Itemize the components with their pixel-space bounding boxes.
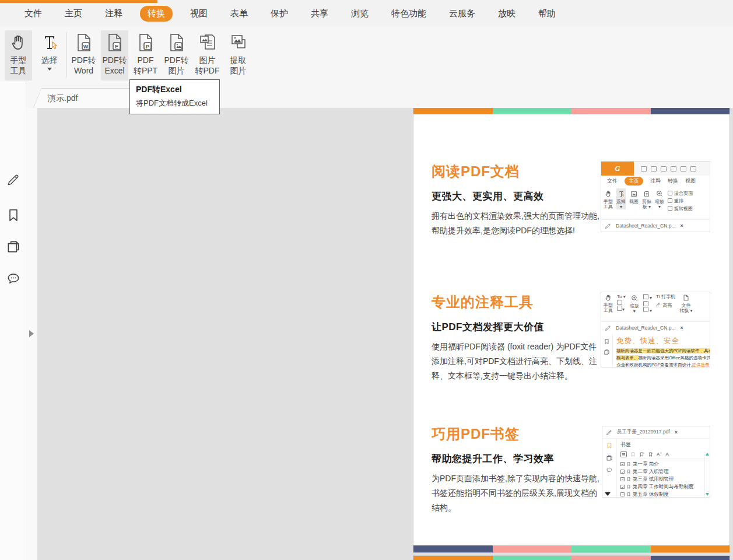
mini-pencil-icon xyxy=(605,325,611,331)
mini-menu-comment: 注释 xyxy=(650,177,661,185)
mini-document-content: 免费、快速、安全 福昕阅读器是一款功能强大的PDF阅读软件，具有 档与表单。福昕… xyxy=(613,334,710,367)
expand-node-icon xyxy=(620,477,625,481)
mini-zoom-tool: 缩放▾ xyxy=(655,188,664,209)
menu-present[interactable]: 放映 xyxy=(498,6,515,22)
fit-page-icon xyxy=(668,191,672,195)
document-canvas[interactable]: 阅读PDF文档 更强大、更实用、更高效 拥有出色的文档渲染效果,强大的页面管理功… xyxy=(26,108,733,560)
app-header: 文件 主页 注释 转换 视图 表单 保护 共享 浏览 特色功能 云服务 放映 帮… xyxy=(0,0,733,82)
mini-menu-file: 文件 xyxy=(607,177,618,185)
menu-help[interactable]: 帮助 xyxy=(538,6,556,22)
section-read-pdf: 阅读PDF文档 更强大、更实用、更高效 拥有出色的文档渲染效果,强大的页面管理功… xyxy=(432,162,602,238)
bookmark-item: 第四章 工作时间与考勤制度 xyxy=(620,483,709,491)
screenshot-reader-ui: G 文件 主页 注释 转换 视图 手型工具 选择▾ xyxy=(601,161,710,232)
undo-icon xyxy=(690,166,696,172)
bookmarks-toolbar: A⁺ A xyxy=(620,450,709,459)
quick-access-icons xyxy=(641,166,696,172)
expand-node-icon xyxy=(620,470,625,474)
sidebar-collapse-icon xyxy=(605,492,611,496)
menu-cloud[interactable]: 云服务 xyxy=(449,6,475,22)
expand-panel-arrow-icon[interactable] xyxy=(29,330,34,337)
scroll-down-icon xyxy=(706,493,709,496)
pages-panel-icon[interactable] xyxy=(0,239,26,254)
page2-top-color-bar xyxy=(413,556,730,560)
menu-comment[interactable]: 注释 xyxy=(105,6,122,22)
reflow-icon xyxy=(643,301,648,306)
delete-bookmark-icon xyxy=(648,452,653,457)
section-subheading: 更强大、更实用、更高效 xyxy=(432,190,602,203)
bookmark-item: 第二章 入职管理 xyxy=(620,468,709,475)
section-heading: 专业的注释工具 xyxy=(432,293,602,312)
mini-menu-home-active: 主页 xyxy=(625,177,643,186)
pdf-to-ppt-button[interactable]: P PDF 转PPT xyxy=(132,30,159,80)
pdf-to-image-button[interactable]: PDF转 图片 xyxy=(163,30,190,80)
ribbon-menubar: 文件 主页 注释 转换 视图 表单 保护 共享 浏览 特色功能 云服务 放映 帮… xyxy=(24,6,556,22)
pdf-to-word-button[interactable]: W PDF转 Word xyxy=(70,30,97,80)
menu-features[interactable]: 特色功能 xyxy=(391,6,426,22)
bookmark-icon xyxy=(630,452,636,457)
menu-convert-active[interactable]: 转换 xyxy=(140,6,173,22)
pdf-page-2 xyxy=(413,556,730,560)
pdf-to-word-icon: W xyxy=(70,30,97,55)
extract-image-icon xyxy=(225,30,252,55)
expand-node-icon xyxy=(620,492,625,496)
image-to-pdf-button[interactable]: 图片 转PDF xyxy=(194,30,221,80)
save-icon xyxy=(651,166,657,172)
menu-file[interactable]: 文件 xyxy=(24,6,42,22)
menu-form[interactable]: 表单 xyxy=(230,6,248,22)
extract-image-button[interactable]: 提取 图片 xyxy=(225,30,252,80)
mini-menu-convert: 转换 xyxy=(668,177,678,185)
select-tool-button[interactable]: 选择 xyxy=(36,30,63,80)
mini-tab-close-icon: × xyxy=(675,429,678,435)
mini-tab-close-icon: × xyxy=(681,325,683,331)
bookmark-list-icon xyxy=(620,452,627,457)
menu-protect[interactable]: 保护 xyxy=(271,6,288,22)
menu-home[interactable]: 主页 xyxy=(65,6,82,22)
open-icon xyxy=(641,166,647,172)
pdf-to-ppt-icon: P xyxy=(132,30,159,55)
mini-tab-title: Datasheet_Reader_CN.p... xyxy=(616,223,676,229)
collapsed-panel-strip xyxy=(26,108,37,560)
mini-tab-title: Datasheet_Reader_CN.p... xyxy=(616,325,676,331)
reflow-icon xyxy=(668,198,672,203)
dropdown-arrow-icon xyxy=(47,68,52,71)
annotate-pencil-icon[interactable] xyxy=(0,173,26,187)
mini-scrollbar xyxy=(704,452,710,497)
mail-icon xyxy=(671,166,676,172)
hand-icon xyxy=(5,30,32,55)
svg-text:P: P xyxy=(145,44,149,50)
convert-toolbar: 手型 工具 选择 W PDF转 xyxy=(0,26,733,82)
pdf-to-excel-button[interactable]: E PDF转 Excel xyxy=(101,30,128,80)
toolbar-divider xyxy=(66,32,67,78)
section-body: 使用福昕PDF阅读器 (foxit reader) 为PDF文件添加注释,可对P… xyxy=(432,340,602,384)
mini-zoom-tool: 缩放▾ xyxy=(630,294,639,314)
section-body: 拥有出色的文档渲染效果,强大的页面管理功能, 帮助提升效率,是您阅读PDF的理想… xyxy=(432,209,602,238)
bookmarks-panel-icon[interactable] xyxy=(0,208,26,223)
section-heading: 巧用PDF书签 xyxy=(432,425,602,443)
doc-icon xyxy=(681,166,686,172)
mini-hand-tool: 手型工具 xyxy=(604,294,613,313)
section-subheading: 帮助您提升工作、学习效率 xyxy=(432,452,602,466)
menu-browse[interactable]: 浏览 xyxy=(351,6,369,22)
hand-tool-button[interactable]: 手型 工具 xyxy=(5,30,32,80)
mini-select-tool: 选择▾ xyxy=(616,188,626,209)
mini-file-convert: 文件转换 ▾ xyxy=(679,294,692,313)
mini-snapshot-tool: 截图 xyxy=(629,188,639,204)
pdf-to-image-icon xyxy=(163,30,190,55)
image-to-pdf-icon xyxy=(194,30,221,55)
accent-strip xyxy=(0,0,157,3)
comments-panel-icon[interactable] xyxy=(0,271,26,286)
bookmark-item: 第三章 试用期管理 xyxy=(620,475,709,483)
mini-page-layout-stack: ▾ ▾ xyxy=(643,294,652,313)
bookmarks-panel: 书签 A⁺ A 第一章 简介 第二章 入职管理 第三章 试用期管理 第四章 工作… xyxy=(617,439,710,497)
pages-icon xyxy=(604,349,610,355)
menu-share[interactable]: 共享 xyxy=(311,6,328,22)
highlight-pen-icon xyxy=(656,302,661,307)
mini-comment-tools: TI 打字机 高亮 xyxy=(656,294,675,308)
clipboard-icon xyxy=(617,306,622,311)
page-top-color-bar xyxy=(413,108,730,114)
rotate-view-icon xyxy=(668,206,672,211)
mini-tab-close-icon: × xyxy=(681,223,683,229)
svg-text:W: W xyxy=(83,44,88,50)
pages-icon xyxy=(606,454,613,461)
menu-view[interactable]: 视图 xyxy=(190,6,208,22)
